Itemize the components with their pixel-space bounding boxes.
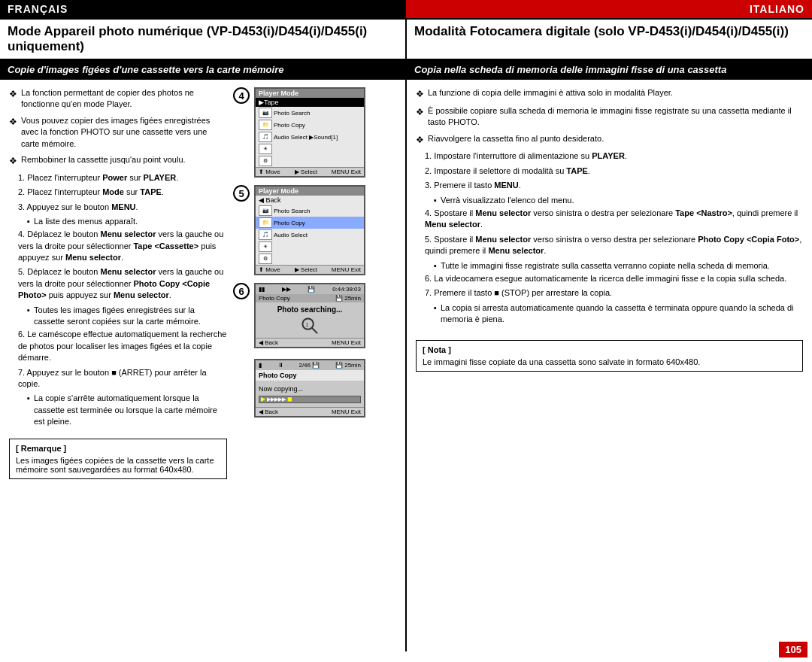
screen-4-tape: ▶Tape xyxy=(256,98,364,107)
screen-4-row3: 🎵 Audio Select ▶Sound[1] xyxy=(256,131,364,143)
it-note-text: Le immagini fisse copiate da una cassett… xyxy=(423,357,796,366)
it-step-5: 5. Spostare il Menu selector verso sinis… xyxy=(425,234,803,257)
fr-sub-3a: ▪ La liste des menus apparaît. xyxy=(27,216,227,227)
it-bullet-sym-2: ❖ xyxy=(416,106,424,119)
left-layout: ❖ La fonction permettant de copier des p… xyxy=(9,87,396,479)
screen-4-icon5: ⚙ xyxy=(259,156,272,166)
it-step-2: 2. Impostare il selettore di modalità su… xyxy=(425,166,803,177)
col-french: ❖ La fonction permettant de copier des p… xyxy=(0,80,407,651)
title-row: Mode Appareil photo numérique (VP-D453(i… xyxy=(0,20,812,60)
screen-6-back: ◀ Back xyxy=(259,339,278,346)
header-italiano: ITALIANO xyxy=(406,0,812,18)
fr-step-5: 5. Déplacez le bouton Menu selector vers… xyxy=(18,266,227,301)
screen-4-photosearch: Photo Search xyxy=(274,110,310,117)
page: FRANÇAIS ITALIANO Mode Appareil photo nu… xyxy=(0,0,812,662)
screen-6-ff: ▶▶ xyxy=(282,286,291,293)
screen-7-bottom: ◀ Back MENU Exit xyxy=(256,407,364,416)
it-step-4: 4. Spostare il Menu selector verso sinis… xyxy=(425,208,803,231)
title-left: Mode Appareil photo numérique (VP-D453(i… xyxy=(0,20,407,59)
fr-sub-5a-text: Toutes les images figées enregistrées su… xyxy=(34,305,227,328)
screen-4-icon3: 🎵 xyxy=(259,132,272,142)
screen-6-time: 0:44:38:03 xyxy=(332,286,361,293)
screens-area: 4 Player Mode ▶Tape 📷 Photo Search 📁 Pho… xyxy=(233,87,365,479)
screen-7-exit: MENU Exit xyxy=(332,408,361,415)
fr-bullet-3: ❖ Rembobiner la cassette jusqu'au point … xyxy=(9,154,227,168)
fr-note-title: [ Remarque ] xyxy=(16,444,220,453)
it-bullet-sym-3: ❖ xyxy=(416,134,424,147)
screen-5-icon5: ⚙ xyxy=(259,254,272,264)
screen-6-wrap: 6 ▮▮ ▶▶ 💾 0:44:38:03 Photo Copy 💾 25min xyxy=(233,283,365,348)
it-step-6: 6. La videocamera esegue automaticamente… xyxy=(425,273,803,284)
it-step-1: 1. Impostare l'interruttore di alimentaz… xyxy=(425,150,803,162)
screen-4-move: ⬆ Move xyxy=(259,169,280,175)
it-note-section: [ Nota ] Le immagini fisse copiate da un… xyxy=(416,340,803,372)
screen-5-audio: Audio Select xyxy=(274,232,308,238)
fr-numbered-list: 1. Placez l'interrupteur Power sur PLAYE… xyxy=(18,172,227,428)
screen-6-main: Photo searching... 1 xyxy=(256,302,364,338)
screen-6-box: ▮▮ ▶▶ 💾 0:44:38:03 Photo Copy 💾 25min Ph… xyxy=(254,283,365,348)
screen-4-row2: 📁 Photo Copy xyxy=(256,119,364,131)
fr-step-4: 4. Déplacez le bouton Menu selector vers… xyxy=(18,229,227,263)
fr-sub-5a: ▪ Toutes les images figées enregistrées … xyxy=(27,305,227,328)
screen-5-move: ⬆ Move xyxy=(259,266,280,273)
screen-5-photocopy: Photo Copy xyxy=(274,220,305,226)
it-bullet-3: ❖ Riavvolgere la cassetta fino al punto … xyxy=(416,133,803,147)
it-bullet-1: ❖ La funzione di copia delle immagini è … xyxy=(416,87,803,101)
fr-bullet-1: ❖ La fonction permettant de copier des p… xyxy=(9,87,227,111)
screen-5-box: Player Mode ◀ Back 📷 Photo Search 📁 Phot… xyxy=(254,185,365,275)
screen-4-bottom: ⬆ Move ▶ Select MENU Exit xyxy=(256,167,364,176)
screen-5-exit: MENU Exit xyxy=(332,266,361,273)
screen-4-icon1: 📷 xyxy=(259,108,272,118)
fr-bullet-1-text: La fonction permettant de copier des pho… xyxy=(21,87,227,111)
screen-5-row1: 📷 Photo Search xyxy=(256,205,364,217)
it-sub-5a-text: Tutte le immagini fisse registrate sulla… xyxy=(441,260,770,272)
subtitle-right: Copia nella scheda di memoria delle imma… xyxy=(407,60,812,79)
svg-text:1: 1 xyxy=(305,321,308,328)
sub-bullet-sym-5a: ▪ xyxy=(27,305,30,316)
it-bullet-1-text: La funzione di copia delle immagini è at… xyxy=(428,87,673,99)
screen-6-mem: 💾 xyxy=(308,286,315,293)
screen-6-info: Photo Copy 💾 25min xyxy=(256,294,364,302)
step-6-circle: 6 xyxy=(233,283,250,299)
screen-4-audio: Audio Select ▶Sound[1] xyxy=(274,134,338,141)
it-sub-3a-text: Verrà visualizzato l'elenco del menu. xyxy=(441,195,574,206)
screen-7-box: ▮ ⏸ 2/46 💾 💾 25min Photo Copy Now copyin… xyxy=(254,359,365,418)
progress-arrows: ▶▶▶▶▶ xyxy=(267,396,286,402)
screen-7-topbar: ▮ ⏸ 2/46 💾 💾 25min xyxy=(256,360,364,370)
screen-5-photocopy-sel: 📁 Photo Copy xyxy=(256,217,364,229)
searching-text: Photo searching... xyxy=(277,305,343,314)
header-row: FRANÇAIS ITALIANO xyxy=(0,0,812,20)
screen-4-exit: MENU Exit xyxy=(332,169,361,175)
screen-4-box: Player Mode ▶Tape 📷 Photo Search 📁 Photo… xyxy=(254,87,365,178)
fr-bullet-2-text: Vous pouvez copier des images figées enr… xyxy=(21,115,227,150)
step-5-circle: 5 xyxy=(233,185,250,202)
screen-7-main: Now copying... ▶ ▶▶▶▶▶ ◼ xyxy=(256,381,364,407)
header-francais: FRANÇAIS xyxy=(0,0,406,18)
magnifier-icon: 1 xyxy=(301,317,319,335)
bullet-sym-2: ❖ xyxy=(9,116,17,129)
fr-step-6: 6. Le caméscope effectue automatiquement… xyxy=(18,329,227,363)
title-right: Modalità Fotocamera digitale (solo VP-D4… xyxy=(407,20,812,59)
progress-square: ◼ xyxy=(287,396,292,402)
screen-5-icon3: 🎵 xyxy=(259,229,272,240)
screen-5-icon4: ☀ xyxy=(259,241,272,252)
left-text-area: ❖ La fonction permettant de copier des p… xyxy=(9,87,227,479)
fr-sub-7a-text: La copie s'arrête automatiquement lorsqu… xyxy=(34,393,227,427)
screen-4-title: Player Mode xyxy=(256,89,364,98)
step-4-circle: 4 xyxy=(233,87,250,104)
progress-bar: ▶ ▶▶▶▶▶ ◼ xyxy=(259,396,361,403)
fr-sub-7a: ▪ La copie s'arrête automatiquement lors… xyxy=(27,393,227,427)
screen-7-wrap: ▮ ⏸ 2/46 💾 💾 25min Photo Copy Now copyin… xyxy=(233,359,365,418)
screen-4-icon4: ☀ xyxy=(259,144,272,154)
it-bullet-3-text: Riavvolgere la cassetta fino al punto de… xyxy=(428,133,604,144)
screen-4-icon2: 📁 xyxy=(259,120,272,130)
screen-5-row2: 📁 Photo Copy xyxy=(259,217,361,228)
it-bullet-sym-1: ❖ xyxy=(416,88,424,101)
screen-5-row3: 🎵 Audio Select xyxy=(256,229,364,241)
screen-5-row4: ☀ xyxy=(256,241,364,253)
screen-5-photosearch: Photo Search xyxy=(274,208,310,214)
it-step-7: 7. Premere il tasto ■ (STOP) per arresta… xyxy=(425,287,803,299)
it-step-3: 3. Premere il tasto MENU. xyxy=(425,180,803,191)
sub-bullet-sym-7a: ▪ xyxy=(27,393,30,404)
it-sub-3a: ▪ Verrà visualizzato l'elenco del menu. xyxy=(434,195,803,206)
